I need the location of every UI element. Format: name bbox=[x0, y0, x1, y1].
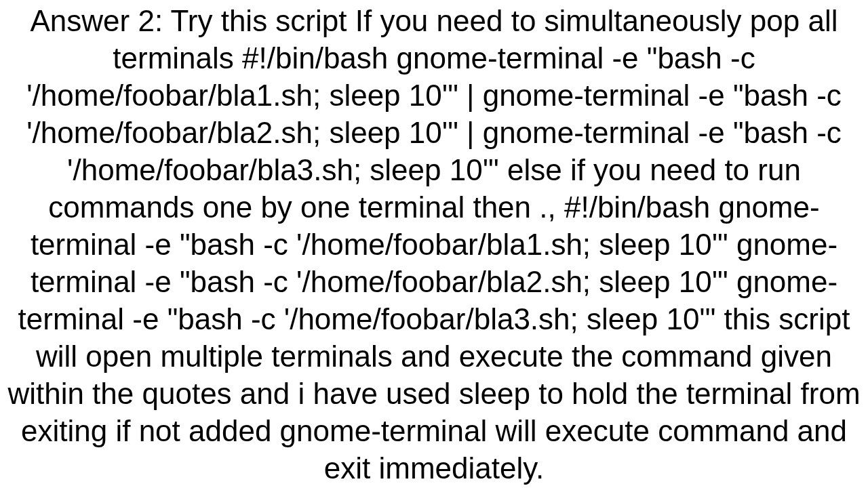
answer-text-block: Answer 2: Try this script If you need to… bbox=[0, 2, 868, 487]
answer-text: Answer 2: Try this script If you need to… bbox=[7, 4, 860, 485]
